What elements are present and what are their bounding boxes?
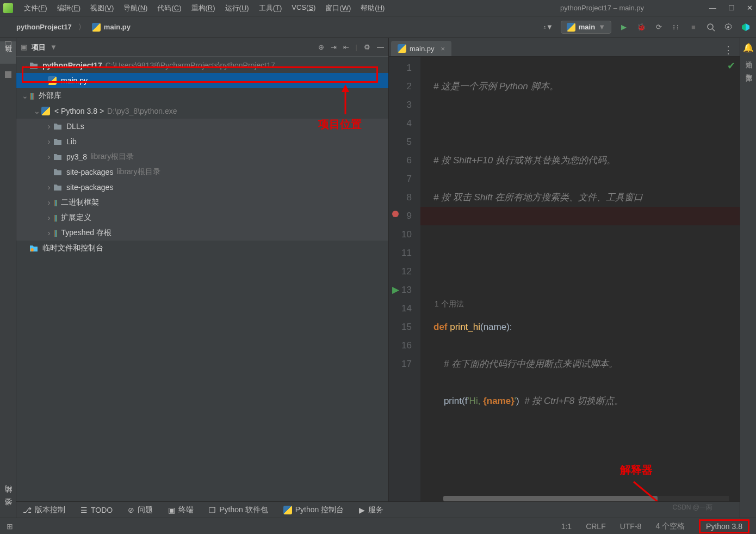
- search-icon[interactable]: [706, 22, 716, 32]
- status-interpreter[interactable]: Python 3.8: [699, 519, 749, 533]
- chevron-right-icon[interactable]: ›: [45, 137, 53, 146]
- run-gutter-icon[interactable]: ▶: [392, 281, 399, 299]
- tree-file-main[interactable]: main.py: [16, 73, 388, 88]
- editor-body[interactable]: 1 2 3 4 5 6 7 8 9 10 11 12 13▶ 14 15 16 …: [389, 57, 740, 501]
- chevron-down-icon: ▼: [598, 23, 605, 31]
- user-icon[interactable]: ▼: [543, 22, 553, 32]
- tool-packages[interactable]: ❒Python 软件包: [209, 505, 268, 515]
- menu-file[interactable]: 文件(F): [24, 3, 47, 13]
- gutter[interactable]: 1 2 3 4 5 6 7 8 9 10 11 12 13▶ 14 15 16 …: [389, 57, 420, 501]
- menu-tools[interactable]: 工具(T): [259, 3, 282, 13]
- menu-edit[interactable]: 编辑(E): [57, 3, 80, 13]
- run-config-selector[interactable]: main ▼: [561, 21, 611, 34]
- settings-icon[interactable]: [723, 22, 733, 32]
- bookmarks-icon[interactable]: [5, 71, 11, 78]
- notifications-icon[interactable]: 🔔: [740, 38, 756, 53]
- tree-dlls[interactable]: › DLLs: [16, 119, 388, 134]
- select-opened-file-icon[interactable]: ⊕: [318, 43, 324, 51]
- debug-button[interactable]: 🐞: [636, 22, 646, 32]
- usage-hint[interactable]: 1 个用法: [435, 299, 740, 308]
- chevron-right-icon[interactable]: ›: [45, 213, 53, 222]
- menu-vcs[interactable]: VCS(S): [292, 3, 315, 13]
- more-tabs-icon[interactable]: ⋮: [723, 44, 733, 56]
- menu-refactor[interactable]: 重构(R): [191, 3, 215, 13]
- horizontal-scrollbar[interactable]: [443, 496, 729, 501]
- run-config-label: main: [579, 23, 595, 31]
- tree-project-root[interactable]: ⌄ pythonProject17 C:\Users\98138\Pycharm…: [16, 58, 388, 73]
- maximize-button[interactable]: ☐: [728, 4, 735, 12]
- tool-structure[interactable]: 结构: [0, 493, 16, 504]
- tool-notifications[interactable]: 通知: [740, 53, 756, 60]
- status-position[interactable]: 1:1: [561, 522, 572, 531]
- chevron-down-icon[interactable]: ⌄: [21, 61, 29, 70]
- tool-windows-icon[interactable]: ⊞: [7, 522, 13, 531]
- chevron-down-icon[interactable]: ▼: [50, 43, 57, 51]
- scratch-icon: [29, 244, 38, 252]
- inspection-ok-icon[interactable]: ✔: [727, 60, 735, 72]
- navigation-bar: pythonProject17 〉 main.py ▼ main ▼ ▶ 🐞 ⟳…: [0, 16, 756, 38]
- tool-project[interactable]: 项目: [0, 51, 16, 62]
- menu-bar: 文件(F) 编辑(E) 视图(V) 导航(N) 代码(C) 重构(R) 运行(U…: [24, 3, 385, 13]
- panel-settings-icon[interactable]: ⚙: [364, 43, 370, 51]
- tool-todo[interactable]: ☰TODO: [80, 506, 113, 514]
- run-button[interactable]: ▶: [619, 22, 629, 32]
- tool-vcs[interactable]: ⎇版本控制: [23, 505, 65, 515]
- close-button[interactable]: ✕: [747, 4, 753, 12]
- status-encoding[interactable]: UTF-8: [620, 522, 642, 531]
- tool-problems[interactable]: ⊘问题: [128, 505, 153, 515]
- chevron-right-icon[interactable]: ›: [45, 152, 53, 161]
- tree-python-interpreter[interactable]: ⌄ < Python 3.8 > D:\py3_8\python.exe: [16, 103, 388, 119]
- chevron-right-icon[interactable]: ›: [45, 183, 53, 192]
- tree-site-packages-1[interactable]: site-packages library根目录: [16, 164, 388, 180]
- scrollbar-thumb[interactable]: [443, 496, 658, 501]
- tree-typeshed[interactable]: › ||| Typeshed 存根: [16, 225, 388, 241]
- tree-ext-def[interactable]: › ||| 扩展定义: [16, 210, 388, 225]
- chevron-down-icon[interactable]: ⌄: [21, 91, 29, 100]
- chevron-down-icon[interactable]: ⌄: [33, 107, 41, 115]
- chevron-right-icon[interactable]: ›: [45, 122, 53, 131]
- menu-help[interactable]: 帮助(H): [361, 3, 385, 13]
- breakpoint-icon[interactable]: [392, 211, 399, 217]
- run-with-coverage-button[interactable]: ⟳: [654, 22, 664, 32]
- code-with-me-icon[interactable]: [741, 22, 751, 32]
- bottom-tool-strip: ⎇版本控制 ☰TODO ⊘问题 ▣终端 ❒Python 软件包 Python 控…: [16, 501, 740, 518]
- tool-terminal[interactable]: ▣终端: [168, 505, 194, 515]
- tool-console[interactable]: Python 控制台: [283, 505, 344, 515]
- close-tab-icon[interactable]: ×: [441, 45, 445, 53]
- status-line-sep[interactable]: CRLF: [586, 522, 606, 531]
- library-icon: |||: [53, 214, 57, 222]
- pycharm-logo: [3, 3, 13, 13]
- tool-bookmarks[interactable]: 书签: [0, 505, 16, 516]
- stop-button[interactable]: ■: [689, 22, 698, 32]
- menu-window[interactable]: 窗口(W): [325, 3, 351, 13]
- tool-database[interactable]: 数据库: [740, 65, 756, 73]
- tree-external-libs[interactable]: ⌄ |||| 外部库: [16, 88, 388, 103]
- menu-code[interactable]: 代码(C): [157, 3, 181, 13]
- code-area[interactable]: # 这是一个示例 Python 脚本。 # 按 Shift+F10 执行或将其替…: [420, 57, 740, 501]
- status-indent[interactable]: 4 个空格: [655, 521, 685, 531]
- tree-scratches[interactable]: 临时文件和控制台: [16, 241, 388, 256]
- chevron-right-icon[interactable]: ›: [45, 229, 53, 237]
- project-tree[interactable]: ⌄ pythonProject17 C:\Users\98138\Pycharm…: [16, 57, 388, 501]
- menu-run[interactable]: 运行(U): [225, 3, 249, 13]
- menu-navigate[interactable]: 导航(N): [123, 3, 147, 13]
- hide-panel-icon[interactable]: —: [377, 43, 384, 51]
- collapse-all-icon[interactable]: ⇤: [343, 43, 349, 51]
- chevron-right-icon[interactable]: ›: [45, 198, 53, 207]
- tree-site-packages-2[interactable]: › site-packages: [16, 180, 388, 195]
- breadcrumb[interactable]: pythonProject17 〉 main.py: [16, 22, 131, 32]
- folder-icon: [53, 183, 62, 191]
- breadcrumb-project[interactable]: pythonProject17: [16, 23, 72, 31]
- tool-services[interactable]: ▶服务: [359, 505, 383, 515]
- minimize-button[interactable]: —: [709, 4, 716, 12]
- expand-all-icon[interactable]: ⇥: [331, 43, 337, 51]
- attach-button[interactable]: ⫶⫶: [671, 22, 681, 32]
- menu-view[interactable]: 视图(V): [90, 3, 114, 13]
- editor-tab-main[interactable]: main.py ×: [391, 41, 451, 56]
- project-panel-title[interactable]: 项目: [32, 42, 46, 52]
- chevron-right-icon: 〉: [78, 22, 85, 32]
- tree-lib[interactable]: › Lib: [16, 134, 388, 149]
- breadcrumb-file[interactable]: main.py: [104, 23, 131, 31]
- tree-binary[interactable]: › ||| 二进制框架: [16, 195, 388, 210]
- tree-py38[interactable]: › py3_8 library根目录: [16, 149, 388, 164]
